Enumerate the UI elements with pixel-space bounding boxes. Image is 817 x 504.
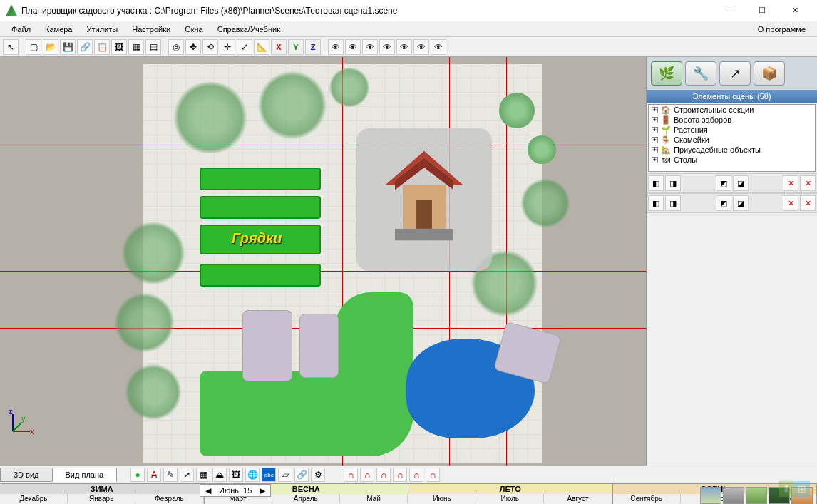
link-icon[interactable]: 🔗 (294, 468, 309, 482)
month-button[interactable]: Январь (68, 494, 135, 503)
chart-icon[interactable]: ↗ (180, 468, 194, 482)
menu-file[interactable]: Файл (4, 24, 38, 35)
path-object[interactable] (242, 310, 292, 381)
thumb-preview[interactable] (746, 487, 767, 504)
thumb-preview[interactable] (723, 487, 744, 504)
month-button[interactable]: Сентябрь (613, 494, 681, 503)
view-icon-1[interactable]: 👁 (328, 39, 344, 55)
view-icon-2[interactable]: 👁 (345, 39, 361, 55)
garden-bed[interactable] (200, 264, 321, 287)
menu-help[interactable]: Справка/Учебник (210, 24, 287, 35)
menu-settings[interactable]: Настройки (125, 24, 178, 35)
panel-tool-icon[interactable]: ◧ (648, 175, 664, 191)
garden-bed[interactable] (200, 168, 321, 190)
guide-horizontal[interactable] (0, 271, 646, 272)
text-icon[interactable]: A̶ (147, 468, 161, 482)
panel-tool-icon[interactable]: ◩ (716, 195, 731, 211)
tree-object[interactable] (328, 68, 371, 107)
path-object[interactable] (299, 314, 339, 378)
panel-tool-icon[interactable]: ◪ (733, 175, 749, 191)
select-tool-icon[interactable]: ↖ (3, 39, 19, 55)
canvas-viewport[interactable]: Грядки z (0, 57, 646, 466)
menu-camera[interactable]: Камера (38, 24, 79, 35)
magnet-icon[interactable]: ∩ (360, 468, 374, 482)
measure-icon[interactable]: 📐 (254, 39, 269, 55)
tab-box-icon[interactable]: 📦 (754, 61, 785, 86)
magnet-icon[interactable]: ∩ (344, 468, 358, 482)
tab-plan-view[interactable]: Вид плана (52, 468, 118, 482)
menu-about[interactable]: О программе (751, 24, 813, 35)
lawn-object[interactable] (335, 292, 413, 456)
minimize-button[interactable]: ─ (713, 0, 746, 21)
month-button[interactable]: Февраль (135, 494, 203, 503)
tree-object[interactable] (114, 292, 175, 353)
delete-icon[interactable]: ✕ (783, 175, 798, 191)
tree-object[interactable] (121, 221, 185, 285)
tree-row[interactable]: +🏡Приусадебные объекты (649, 145, 815, 155)
copy-icon[interactable]: 📋 (94, 39, 110, 55)
axis-y-button[interactable]: Y (288, 39, 304, 55)
save-icon[interactable]: 💾 (60, 39, 76, 55)
grid-icon[interactable]: ▤ (145, 39, 161, 55)
close-button[interactable]: ✕ (779, 0, 811, 21)
panel-tool-icon[interactable]: ◨ (665, 175, 681, 191)
settings-icon[interactable]: ⚙ (311, 468, 325, 482)
panel-tool-icon[interactable]: ◧ (648, 195, 664, 211)
link-icon[interactable]: 🔗 (77, 39, 93, 55)
tree-row[interactable]: +🚪Ворота заборов (649, 115, 815, 125)
month-button[interactable]: Декабрь (0, 494, 68, 503)
tree-row[interactable]: +🏠Строительные секции (649, 105, 815, 115)
panel-tool-icon[interactable]: ◪ (733, 195, 749, 211)
maximize-button[interactable]: ☐ (746, 0, 779, 21)
date-prev-icon[interactable]: ◀ (203, 486, 213, 495)
rotate-icon[interactable]: ⟲ (202, 39, 218, 55)
tree-object[interactable] (125, 364, 182, 421)
target-icon[interactable]: ◎ (168, 39, 184, 55)
scale-icon[interactable]: ⤢ (237, 39, 252, 55)
date-next-icon[interactable]: ▶ (257, 486, 267, 495)
abc-icon[interactable]: abc (262, 468, 276, 482)
panel-tool-icon[interactable]: ◩ (716, 175, 731, 191)
light-icon[interactable]: ● (130, 468, 145, 482)
magnet-icon[interactable]: ∩ (376, 468, 391, 482)
tree-row[interactable]: +🌱Растения (649, 125, 815, 135)
magnet-icon[interactable]: ∩ (409, 468, 423, 482)
view-icon-5[interactable]: 👁 (396, 39, 412, 55)
new-icon[interactable]: ▢ (26, 39, 41, 55)
view-icon-4[interactable]: 👁 (379, 39, 395, 55)
delete-icon[interactable]: ✕ (783, 195, 798, 211)
image-icon[interactable]: 🖼 (111, 39, 127, 55)
garden-bed[interactable] (200, 196, 321, 219)
view-icon-7[interactable]: 👁 (431, 39, 446, 55)
tab-tools-icon[interactable]: 🔧 (685, 61, 716, 86)
tree-row[interactable]: +🍽Столы (649, 155, 815, 165)
house-preview[interactable] (356, 128, 492, 271)
tree-object[interactable] (171, 82, 250, 153)
crosshair-icon[interactable]: ✛ (220, 39, 235, 55)
tab-3d-view[interactable]: 3D вид (0, 468, 53, 482)
scene-tree[interactable]: +🏠Строительные секции +🚪Ворота заборов +… (648, 104, 816, 172)
month-button[interactable]: Август (544, 494, 612, 503)
move-icon[interactable]: ✥ (185, 39, 201, 55)
tree-row[interactable]: +🪑Скамейки (649, 135, 815, 145)
tree-object[interactable] (257, 71, 328, 139)
tab-share-icon[interactable]: ↗ (719, 61, 751, 86)
menu-utilities[interactable]: Утилиты (80, 24, 125, 35)
date-picker[interactable]: ◀ Июнь, 15 ▶ (200, 484, 271, 497)
delete-icon[interactable]: ✕ (800, 195, 816, 211)
open-icon[interactable]: 📂 (43, 39, 58, 55)
tree-object[interactable] (520, 178, 570, 228)
panel-tool-icon[interactable]: ◨ (665, 195, 681, 211)
landscape-icon[interactable]: ⛰ (212, 468, 227, 482)
month-button[interactable]: Июль (476, 494, 544, 503)
view-icon-6[interactable]: 👁 (413, 39, 429, 55)
month-button[interactable]: Май (340, 494, 408, 503)
axis-x-button[interactable]: X (271, 39, 287, 55)
pencil-icon[interactable]: ✎ (163, 468, 178, 482)
month-button[interactable]: Июнь (408, 494, 476, 503)
menu-windows[interactable]: Окна (178, 24, 210, 35)
month-button[interactable]: Апрель (272, 494, 340, 503)
grid-icon[interactable]: ▦ (196, 468, 210, 482)
tile-icon[interactable]: ▦ (128, 39, 144, 55)
magnet-icon[interactable]: ∩ (393, 468, 407, 482)
